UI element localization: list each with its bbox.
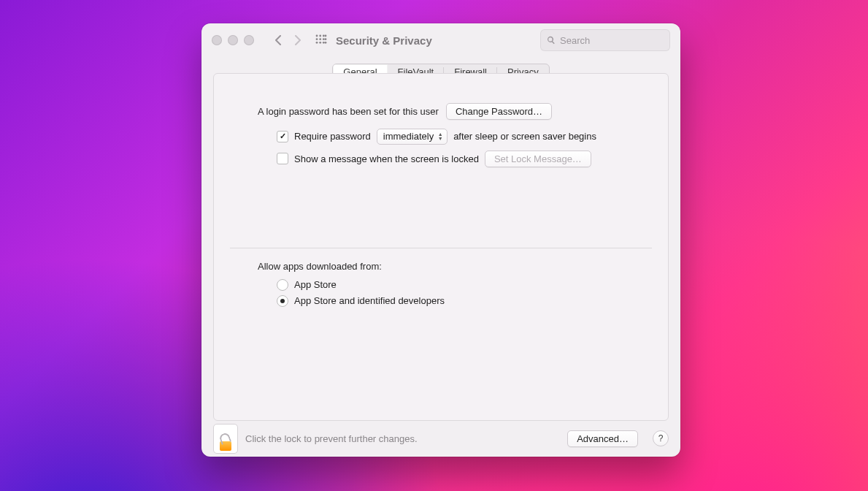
back-button[interactable]: [267, 30, 288, 50]
system-preferences-window: Security & Privacy Search General FileVa…: [201, 23, 680, 457]
login-password-status: A login password has been set for this u…: [258, 106, 439, 117]
svg-point-8: [319, 42, 321, 44]
desktop: Security & Privacy Search General FileVa…: [0, 0, 868, 491]
window-title: Security & Privacy: [336, 34, 432, 47]
search-icon: [547, 36, 556, 45]
svg-point-12: [325, 39, 327, 41]
chevron-updown-icon: ▲▼: [437, 129, 444, 144]
lock-icon: [220, 441, 231, 451]
window-controls: [212, 35, 254, 45]
svg-point-2: [323, 35, 325, 37]
downloads-radio-identified-developers[interactable]: [277, 295, 288, 307]
require-password-delay-select[interactable]: immediately ▲▼: [377, 129, 448, 145]
divider: [230, 248, 652, 248]
close-window-button[interactable]: [212, 35, 222, 45]
svg-point-11: [325, 35, 327, 37]
svg-point-9: [323, 42, 325, 44]
svg-point-6: [323, 39, 325, 41]
titlebar: Security & Privacy Search: [201, 23, 680, 58]
require-password-suffix: after sleep or screen saver begins: [453, 131, 596, 142]
advanced-button[interactable]: Advanced…: [567, 430, 638, 447]
require-password-prefix: Require password: [294, 131, 371, 142]
lock-message-checkbox[interactable]: [277, 153, 288, 164]
chevron-right-icon: [295, 35, 302, 45]
help-button[interactable]: ?: [653, 430, 669, 446]
grid-icon: [315, 34, 327, 46]
require-password-checkbox[interactable]: [277, 131, 288, 142]
downloads-option-label: App Store and identified developers: [294, 295, 445, 306]
downloads-radio-app-store[interactable]: [277, 279, 288, 291]
search-placeholder: Search: [560, 35, 590, 46]
footer: Click the lock to prevent further change…: [201, 421, 680, 457]
zoom-window-button[interactable]: [244, 35, 254, 45]
chevron-left-icon: [274, 35, 281, 45]
lock-message-label: Show a message when the screen is locked: [294, 153, 479, 164]
unlock-button[interactable]: [213, 424, 238, 454]
downloads-option-label: App Store: [294, 279, 337, 290]
main-panel: A login password has been set for this u…: [213, 73, 669, 421]
svg-point-0: [316, 35, 318, 37]
set-lock-message-button: Set Lock Message…: [485, 151, 591, 167]
change-password-button[interactable]: Change Password…: [446, 103, 552, 120]
lock-hint-text: Click the lock to prevent further change…: [245, 433, 418, 444]
svg-point-1: [319, 35, 321, 37]
svg-point-13: [325, 42, 327, 44]
allow-downloads-heading: Allow apps downloaded from:: [258, 261, 624, 272]
svg-point-4: [316, 39, 318, 41]
search-field[interactable]: Search: [540, 29, 670, 51]
svg-point-5: [319, 39, 321, 41]
forward-button[interactable]: [288, 30, 308, 50]
minimize-window-button[interactable]: [228, 35, 238, 45]
svg-point-7: [316, 42, 318, 44]
select-value: immediately: [383, 131, 434, 142]
show-all-button[interactable]: [311, 30, 331, 50]
